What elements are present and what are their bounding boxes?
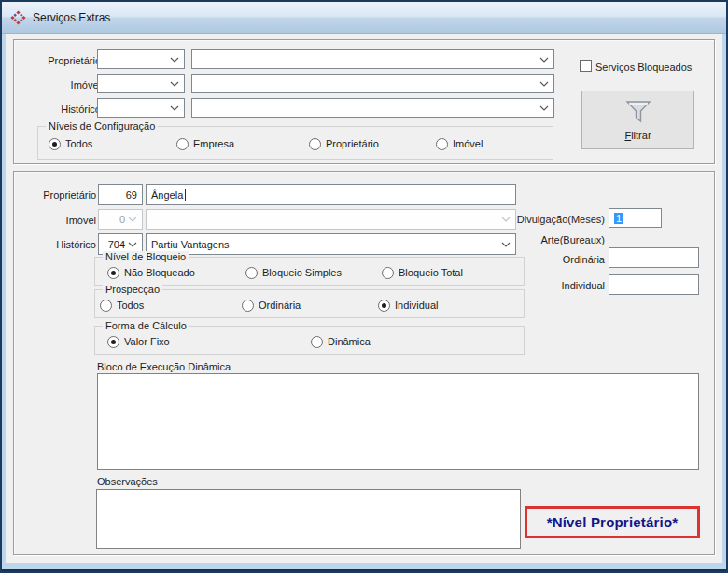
radio-icon (309, 138, 321, 150)
radio-icon (49, 138, 61, 150)
filter-imovel-label: Imóvel (21, 78, 101, 91)
prospeccao-group: Prospecção Todos Ordinária Individual (94, 289, 525, 318)
servicos-bloqueados-label: Serviços Bloqueados (595, 61, 692, 74)
forma-calculo-title: Forma de Cálculo (103, 320, 189, 332)
radio-prospeccao-individual[interactable]: Individual (378, 299, 438, 312)
chevron-down-icon (539, 57, 549, 63)
radio-proprietario[interactable]: Proprietário (309, 137, 379, 150)
filter-imovel-code-combo[interactable] (97, 74, 185, 93)
radio-nao-bloqueado[interactable]: Não Bloqueado (107, 266, 195, 279)
proprietario-code-field[interactable]: 69 (98, 184, 143, 205)
radio-icon (100, 300, 112, 312)
historico-name-combo[interactable]: Partiu Vantagens (146, 233, 516, 255)
forma-calculo-group: Forma de Cálculo Valor Fixo Dinâmica (94, 326, 525, 355)
radio-icon (245, 267, 258, 279)
servicos-bloqueados-checkbox[interactable] (580, 60, 592, 72)
chevron-down-icon (128, 217, 137, 222)
radio-empresa[interactable]: Empresa (176, 137, 234, 150)
app-icon (10, 10, 26, 25)
radio-imovel[interactable]: Imóvel (436, 137, 483, 150)
radio-prospeccao-todos[interactable]: Todos (100, 299, 144, 312)
nivel-bloqueio-group: Nível de Bloqueio Não Bloqueado Bloqueio… (94, 257, 525, 286)
divulgacao-label: Divulgação(Meses) (488, 213, 605, 226)
chevron-down-icon (170, 81, 179, 87)
chevron-down-icon (539, 81, 549, 87)
chevron-down-icon (170, 105, 179, 111)
window-border-bottom (2, 563, 726, 571)
imovel-code-combo: 0 (98, 209, 143, 230)
selected-text: 1 (614, 213, 623, 224)
radio-icon (242, 300, 254, 312)
servicos-extras-window: Serviços Extras ✕ Proprietário Imóvel Hi… (0, 0, 728, 573)
radio-prospeccao-ordinaria[interactable]: Ordinária (242, 299, 301, 312)
chevron-down-icon (128, 242, 137, 247)
bloco-execucao-textarea[interactable] (97, 373, 699, 470)
nivel-bloqueio-title: Nível de Bloqueio (103, 251, 189, 263)
filter-historico-name-combo[interactable] (191, 98, 554, 118)
radio-bloqueio-simples[interactable]: Bloqueio Simples (245, 266, 342, 279)
imovel-label: Imóvel (17, 214, 96, 227)
radio-icon (176, 138, 189, 150)
arte-bureaux-label: Arte(Bureaux) (488, 233, 605, 246)
proprietario-label: Proprietário (17, 189, 96, 202)
filter-imovel-name-combo[interactable] (191, 74, 554, 93)
observacoes-textarea[interactable] (96, 489, 521, 549)
text-cursor (185, 189, 186, 201)
chevron-down-icon (539, 105, 549, 111)
historico-label: Histórico (17, 238, 96, 251)
filter-proprietario-name-combo[interactable] (191, 49, 554, 69)
divulgacao-field[interactable]: 1 (609, 208, 662, 228)
bloco-execucao-label: Bloco de Execução Dinâmica (97, 360, 231, 373)
ordinaria-field[interactable] (609, 247, 699, 268)
titlebar[interactable]: Serviços Extras (2, 2, 726, 34)
window-border-right (722, 2, 726, 571)
filter-proprietario-code-combo[interactable] (97, 49, 185, 69)
niveis-configuracao-group: Níveis de Configuração Todos Empresa Pro… (37, 126, 553, 160)
filter-funnel-icon (624, 100, 652, 124)
detail-panel: Proprietário 69 Ângela Imóvel 0 Históric… (13, 171, 715, 555)
imovel-name-combo (146, 209, 516, 230)
nivel-proprietario-banner: *Nível Proprietário* (525, 506, 700, 538)
radio-icon (382, 267, 394, 279)
radio-icon (107, 267, 119, 279)
niveis-configuracao-title: Níveis de Configuração (46, 120, 158, 133)
radio-todos[interactable]: Todos (49, 137, 92, 150)
individual-field[interactable] (609, 274, 699, 295)
window-border-left (2, 2, 6, 571)
filter-historico-label: Histórico (21, 103, 101, 116)
window-title: Serviços Extras (33, 11, 110, 24)
filter-panel: Proprietário Imóvel Histórico (13, 39, 715, 164)
filter-proprietario-label: Proprietário (21, 54, 101, 67)
proprietario-name-field[interactable]: Ângela (146, 184, 516, 205)
radio-icon (436, 138, 448, 150)
radio-icon (378, 300, 390, 312)
radio-icon (311, 336, 323, 348)
radio-valor-fixo[interactable]: Valor Fixo (107, 335, 170, 348)
prospeccao-title: Prospecção (103, 284, 162, 296)
observacoes-label: Observações (97, 475, 158, 488)
radio-dinamica[interactable]: Dinâmica (311, 335, 371, 348)
filter-historico-code-combo[interactable] (97, 98, 185, 118)
radio-icon (107, 336, 119, 348)
filtrar-button-label: Filtrar (624, 130, 651, 141)
radio-bloqueio-total[interactable]: Bloqueio Total (382, 266, 463, 279)
filtrar-button[interactable]: Filtrar (581, 91, 694, 149)
chevron-down-icon (170, 57, 179, 63)
